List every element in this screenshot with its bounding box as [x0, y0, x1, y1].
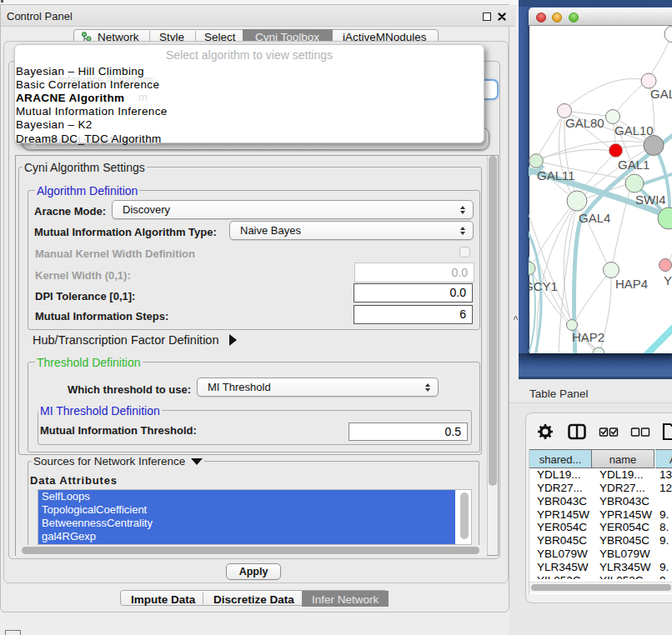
svg-text:GAL11: GAL11: [537, 168, 575, 182]
svg-text:GCY1: GCY1: [529, 279, 558, 293]
svg-text:GAL80: GAL80: [565, 116, 604, 130]
svg-text:GAL1: GAL1: [618, 158, 649, 172]
svg-text:SWI4: SWI4: [635, 192, 666, 207]
svg-text:HAP2: HAP2: [572, 330, 604, 344]
svg-text:HAP4: HAP4: [615, 277, 648, 291]
svg-text:GAL4: GAL4: [579, 211, 610, 225]
svg-text:GAL7: GAL7: [650, 87, 672, 101]
svg-text:Y: Y: [664, 273, 672, 288]
svg-text:GAL10: GAL10: [614, 123, 654, 138]
